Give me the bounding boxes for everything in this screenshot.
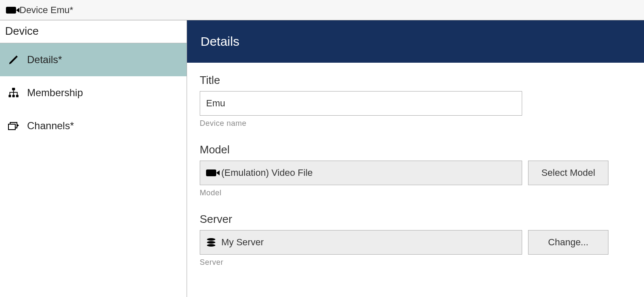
sidebar-item-label: Membership [27,87,83,99]
sidebar-item-label: Channels* [27,120,74,132]
sidebar-item-details[interactable]: Details* [0,43,187,76]
svg-point-8 [207,244,215,247]
svg-point-7 [207,241,215,244]
sidebar-heading: Device [0,20,187,43]
select-model-button[interactable]: Select Model [528,161,608,185]
title-bar: Device Emu* [0,0,644,20]
window-title: Device Emu* [19,5,73,16]
field-title: Title Device name [200,74,631,128]
field-label-server: Server [200,213,631,226]
stack-icon [206,238,216,247]
sidebar-item-label: Details* [27,54,62,66]
sidebar-item-channels[interactable]: Channels* [0,109,187,142]
field-help-title: Device name [200,119,631,128]
field-help-model: Model [200,189,631,197]
svg-rect-1 [8,95,11,97]
model-value: (Emulation) Video File [221,167,313,178]
svg-rect-3 [16,95,19,97]
title-input[interactable] [200,91,522,116]
model-display: (Emulation) Video File [200,161,522,185]
panel-header: Details [187,20,644,63]
svg-point-6 [207,238,215,241]
panel-title: Details [201,34,239,49]
svg-rect-5 [8,124,15,130]
change-server-button[interactable]: Change... [528,230,608,255]
main-panel: Details Title Device name Model (Emulati… [187,20,644,297]
sidebar: Device Details* [0,20,187,297]
camera-icon [6,7,16,14]
channels-icon [8,120,19,132]
svg-rect-0 [12,88,15,90]
pencil-icon [8,54,19,66]
hierarchy-icon [8,87,19,99]
camera-icon [206,169,216,176]
server-display: My Server [200,230,522,255]
field-model: Model (Emulation) Video File Select Mode… [200,143,631,197]
sidebar-item-membership[interactable]: Membership [0,76,187,109]
field-label-model: Model [200,143,631,156]
svg-rect-2 [12,95,15,97]
field-label-title: Title [200,74,631,87]
field-help-server: Server [200,258,631,267]
field-server: Server My Server [200,213,631,267]
server-value: My Server [221,237,264,248]
